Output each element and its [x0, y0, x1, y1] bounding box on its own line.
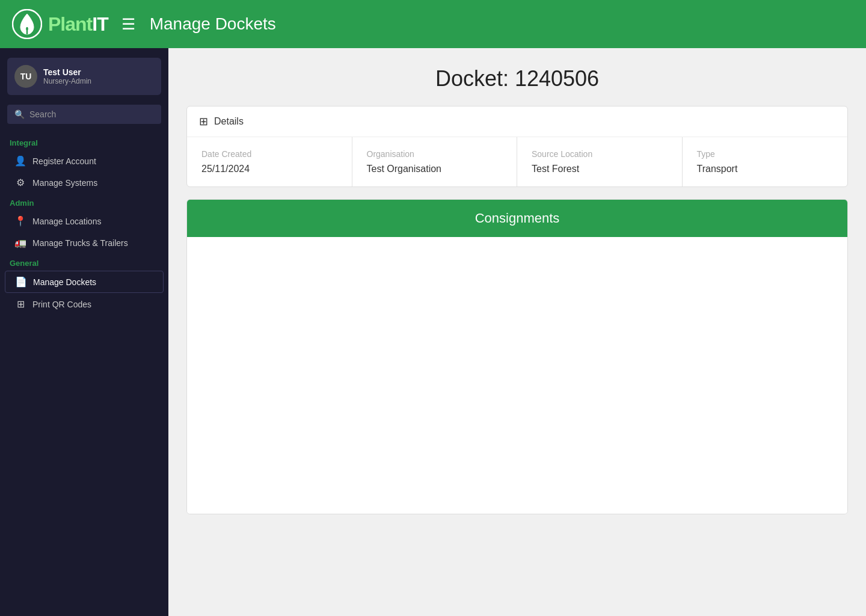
- detail-label-source: Source Location: [532, 149, 668, 159]
- print-qr-codes-icon: ⊞: [14, 298, 26, 310]
- details-card: ⊞ Details Date Created 25/11/2024 Organi…: [186, 106, 848, 187]
- nav-section-admin: Admin 📍 Manage Locations 🚛 Manage Trucks…: [0, 194, 168, 253]
- detail-source-location: Source Location Test Forest: [517, 137, 683, 186]
- details-header: ⊞ Details: [187, 106, 847, 137]
- app-header: PlantIT ☰ Manage Dockets: [0, 0, 866, 48]
- logo-text: PlantIT: [48, 13, 108, 35]
- detail-label-org: Organisation: [367, 149, 503, 159]
- main-content: Docket: 1240506 ⊞ Details Date Created 2…: [168, 48, 866, 616]
- page-title: Docket: 1240506: [186, 66, 848, 91]
- logo-icon: [12, 9, 42, 39]
- sidebar-item-label: Manage Locations: [32, 217, 101, 226]
- search-box[interactable]: 🔍: [7, 105, 161, 124]
- header-title: Manage Dockets: [150, 14, 276, 34]
- detail-value-source: Test Forest: [532, 164, 668, 174]
- details-grid: Date Created 25/11/2024 Organisation Tes…: [187, 137, 847, 186]
- menu-toggle-button[interactable]: ☰: [121, 15, 135, 34]
- search-input[interactable]: [29, 109, 154, 119]
- detail-type: Type Transport: [683, 137, 848, 186]
- details-icon: ⊞: [199, 115, 208, 128]
- search-icon: 🔍: [14, 109, 25, 119]
- sidebar-item-label: Register Account: [32, 156, 96, 166]
- detail-date-created: Date Created 25/11/2024: [187, 137, 352, 186]
- manage-trucks-icon: 🚛: [14, 237, 26, 248]
- sidebar-item-label: Manage Dockets: [33, 277, 96, 287]
- detail-value-org: Test Organisation: [367, 164, 503, 174]
- register-account-icon: 👤: [14, 155, 26, 167]
- sidebar-item-label: Print QR Codes: [32, 300, 91, 309]
- avatar: TU: [14, 65, 37, 88]
- sidebar-item-label: Manage Systems: [32, 178, 97, 188]
- detail-value-type: Transport: [697, 164, 834, 174]
- manage-locations-icon: 📍: [14, 215, 26, 227]
- manage-dockets-icon: 📄: [15, 276, 27, 288]
- sidebar-item-label: Manage Trucks & Trailers: [32, 238, 128, 248]
- details-label: Details: [214, 116, 244, 127]
- nav-section-general: General 📄 Manage Dockets ⊞ Print QR Code…: [0, 254, 168, 315]
- user-card: TU Test User Nursery-Admin: [7, 58, 161, 95]
- consignments-title: Consignments: [475, 211, 560, 226]
- detail-label-type: Type: [697, 149, 834, 159]
- nav-section-integral: Integral 👤 Register Account ⚙ Manage Sys…: [0, 134, 168, 193]
- consignments-header: Consignments: [187, 200, 847, 237]
- nav-section-label-integral: Integral: [0, 134, 168, 150]
- user-info: Test User Nursery-Admin: [43, 67, 91, 85]
- consignments-card: Consignments: [186, 199, 848, 514]
- sidebar-item-manage-systems[interactable]: ⚙ Manage Systems: [5, 172, 164, 193]
- consignments-body: [187, 237, 847, 514]
- user-role: Nursery-Admin: [43, 77, 91, 85]
- manage-systems-icon: ⚙: [14, 177, 26, 188]
- sidebar-item-print-qr-codes[interactable]: ⊞ Print QR Codes: [5, 294, 164, 315]
- sidebar-item-manage-trucks[interactable]: 🚛 Manage Trucks & Trailers: [5, 232, 164, 253]
- detail-organisation: Organisation Test Organisation: [352, 137, 518, 186]
- nav-section-label-admin: Admin: [0, 194, 168, 210]
- sidebar-item-manage-dockets[interactable]: 📄 Manage Dockets: [5, 271, 164, 293]
- user-name: Test User: [43, 67, 91, 77]
- detail-value-date: 25/11/2024: [201, 164, 337, 174]
- sidebar-item-manage-locations[interactable]: 📍 Manage Locations: [5, 211, 164, 232]
- detail-label-date: Date Created: [201, 149, 337, 159]
- sidebar: TU Test User Nursery-Admin 🔍 Integral 👤 …: [0, 48, 168, 616]
- sidebar-item-register-account[interactable]: 👤 Register Account: [5, 150, 164, 171]
- logo: PlantIT: [12, 9, 108, 39]
- svg-point-1: [26, 28, 28, 30]
- nav-section-label-general: General: [0, 254, 168, 270]
